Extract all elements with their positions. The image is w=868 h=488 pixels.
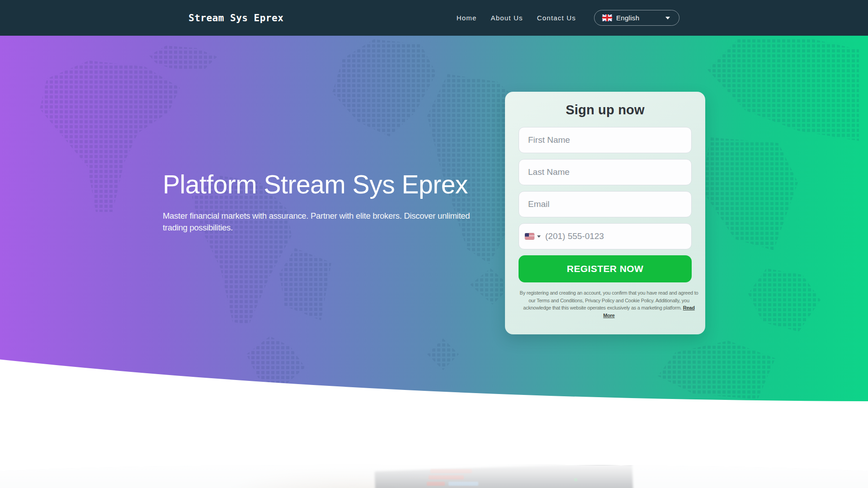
lower-section [0, 402, 868, 488]
map-dots-north-america [40, 61, 180, 212]
signup-card: Sign up now REGISTER NOW By registering … [505, 92, 705, 334]
phone-input[interactable] [519, 223, 692, 249]
register-button[interactable]: REGISTER NOW [519, 255, 692, 282]
first-name-input[interactable] [519, 127, 692, 153]
map-dots-europe [332, 39, 436, 136]
language-selector[interactable]: English [594, 10, 679, 26]
site-logo: Stream Sys Eprex [189, 13, 283, 23]
bottom-photo [0, 465, 868, 488]
disclaimer-body: By registering and creating an account, … [520, 290, 698, 310]
hero-curve-divider [0, 321, 868, 402]
photo-white-overlay [0, 465, 868, 488]
hero-title: Platform Stream Sys Eprex [163, 171, 497, 198]
nav-link-contact[interactable]: Contact Us [537, 14, 576, 22]
map-dots-mid-left [279, 248, 331, 320]
landing-page: Stream Sys Eprex Home About Us Contact U… [0, 0, 868, 488]
header: Stream Sys Eprex Home About Us Contact U… [0, 0, 868, 36]
map-dots-asia-top [708, 39, 859, 141]
language-label: English [616, 14, 639, 22]
disclaimer-text: By registering and creating an account, … [519, 289, 699, 319]
last-name-input[interactable] [519, 159, 692, 185]
signup-title: Sign up now [519, 103, 692, 117]
caret-down-icon [537, 235, 541, 238]
hero-subtitle: Master financial markets with assurance.… [163, 210, 491, 234]
map-dots-greenland [149, 46, 217, 70]
nav-link-home[interactable]: Home [457, 14, 477, 22]
hero-content: Platform Stream Sys Eprex Master financi… [163, 171, 497, 234]
chevron-down-icon [665, 17, 670, 19]
map-dots-asia-mid [701, 137, 798, 250]
email-input[interactable] [519, 191, 692, 217]
header-container: Stream Sys Eprex Home About Us Contact U… [189, 0, 679, 36]
phone-field-wrap [519, 223, 692, 249]
phone-country-selector[interactable] [525, 233, 541, 239]
uk-flag-icon [602, 14, 612, 21]
main-nav: Home About Us Contact Us [457, 14, 576, 22]
us-flag-icon [525, 233, 534, 239]
nav-link-about[interactable]: About Us [491, 14, 523, 22]
hero-section: Platform Stream Sys Eprex Master financi… [0, 36, 868, 402]
